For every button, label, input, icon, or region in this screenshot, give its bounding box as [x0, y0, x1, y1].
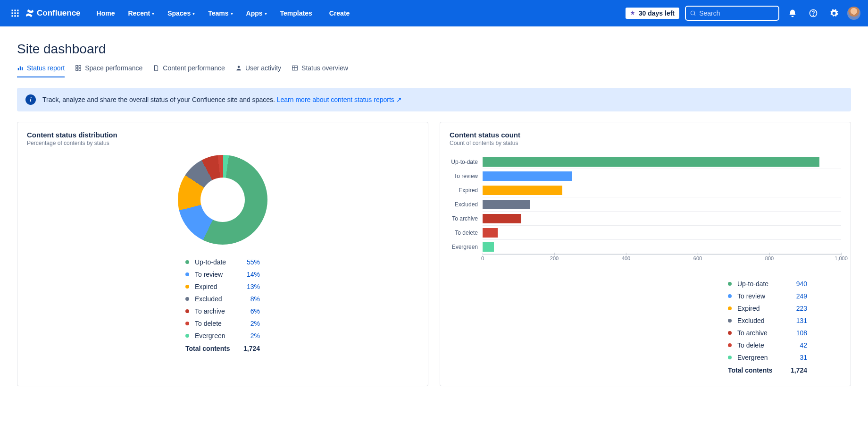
legend-value: 13% [236, 280, 260, 293]
bar-chart: Up-to-dateTo reviewExpiredExcludedTo arc… [450, 155, 841, 264]
nav-home[interactable]: Home [91, 8, 121, 19]
avatar[interactable] [847, 7, 860, 20]
bar-label: Evergreen [450, 244, 483, 250]
legend-row: To review249 [728, 290, 841, 302]
svg-rect-18 [79, 68, 81, 70]
donut-legend: Up-to-date55%To review14%Expired13%Exclu… [185, 256, 260, 352]
search-input[interactable] [699, 9, 775, 17]
legend-value: 108 [784, 327, 807, 339]
svg-rect-13 [20, 67, 21, 70]
tab-content-performance[interactable]: Content performance [153, 60, 225, 76]
svg-point-19 [238, 66, 240, 68]
legend-dot [185, 322, 189, 325]
user-icon [235, 65, 242, 71]
bar [483, 242, 494, 252]
create-button[interactable]: Create [324, 8, 356, 19]
nav-recent[interactable]: Recent▾ [122, 8, 160, 19]
legend-value: 8% [236, 293, 260, 305]
axis-tick: 200 [550, 255, 559, 261]
svg-rect-0 [12, 10, 13, 11]
svg-rect-5 [17, 12, 18, 14]
panel-subtitle: Percentage of contents by status [27, 140, 418, 146]
nav-templates[interactable]: Templates [275, 8, 318, 19]
legend-row: Expired223 [728, 302, 841, 314]
legend-dot [728, 294, 732, 298]
search-input-wrapper[interactable] [685, 6, 779, 21]
trial-days-label: 30 days left [639, 9, 675, 17]
svg-rect-7 [14, 15, 16, 17]
legend-row: To archive6% [185, 305, 260, 317]
legend-value: 223 [784, 302, 807, 314]
legend-row: Excluded131 [728, 314, 841, 327]
bar-row: Up-to-date [450, 155, 841, 169]
panel-title: Content status distribution [27, 131, 418, 139]
svg-rect-4 [14, 12, 16, 14]
grid-icon [75, 65, 82, 71]
legend-total-value: 1,724 [784, 366, 807, 374]
page-title: Site dashboard [17, 42, 851, 57]
chevron-down-icon: ▾ [231, 11, 233, 16]
nav-spaces[interactable]: Spaces▾ [162, 8, 200, 19]
notifications-icon[interactable] [785, 6, 800, 21]
premium-icon [629, 10, 636, 17]
legend-label: To review [195, 268, 233, 280]
nav-teams[interactable]: Teams▾ [202, 8, 238, 19]
panel-subtitle: Count of contents by status [450, 140, 841, 146]
legend-dot [185, 285, 189, 289]
legend-label: Evergreen [737, 351, 780, 364]
legend-dot [185, 297, 189, 301]
axis-tick: 600 [693, 255, 702, 261]
legend-label: To review [737, 290, 780, 302]
tab-user-activity[interactable]: User activity [235, 60, 281, 76]
legend-dot [185, 260, 189, 264]
bar-legend: Up-to-date940To review249Expired223Exclu… [728, 278, 841, 374]
chevron-down-icon: ▾ [192, 11, 195, 16]
tab-space-performance[interactable]: Space performance [75, 60, 142, 76]
bar-label: To delete [450, 230, 483, 236]
panel-distribution: Content status distribution Percentage o… [17, 122, 428, 386]
search-icon [690, 9, 696, 17]
legend-row: Evergreen31 [728, 351, 841, 364]
product-logo[interactable]: Confluence [25, 8, 81, 18]
trial-days-pill[interactable]: 30 days left [626, 8, 679, 19]
tab-status-report[interactable]: Status report [17, 60, 65, 77]
svg-rect-1 [14, 10, 16, 11]
legend-label: To archive [195, 305, 233, 317]
svg-rect-14 [22, 67, 23, 70]
help-icon[interactable] [806, 6, 821, 21]
svg-rect-3 [12, 12, 13, 14]
svg-point-11 [813, 15, 813, 16]
svg-rect-15 [76, 66, 78, 68]
legend-row: Excluded8% [185, 293, 260, 305]
confluence-icon [25, 8, 35, 18]
top-nav: Confluence Home Recent▾ Spaces▾ Teams▾ A… [0, 0, 868, 26]
bar [483, 214, 521, 223]
legend-row: Up-to-date940 [728, 278, 841, 290]
bar-axis: 02004006008001,000 [450, 254, 841, 264]
chart-bar-icon [17, 65, 24, 71]
product-name: Confluence [37, 8, 81, 18]
axis-tick: 0 [481, 255, 484, 261]
legend-label: To delete [195, 317, 233, 330]
legend-total-value: 1,724 [236, 345, 260, 352]
legend-label: To archive [737, 327, 780, 339]
table-icon [292, 65, 298, 71]
svg-point-9 [691, 11, 694, 15]
legend-dot [728, 343, 732, 347]
legend-label: Expired [195, 280, 233, 293]
tab-status-overview[interactable]: Status overview [292, 60, 348, 76]
legend-label: Excluded [737, 314, 780, 327]
svg-rect-12 [18, 68, 19, 70]
bar-row: Expired [450, 183, 841, 197]
settings-icon[interactable] [826, 6, 842, 21]
legend-dot [728, 356, 732, 359]
info-banner: i Track, analyze and share the overall s… [17, 88, 851, 111]
donut-chart [178, 155, 267, 245]
app-switcher-icon[interactable] [8, 6, 23, 21]
nav-apps[interactable]: Apps▾ [241, 8, 273, 19]
bar-row: To delete [450, 226, 841, 240]
bar-label: To archive [450, 215, 483, 222]
legend-dot [728, 319, 732, 323]
banner-link[interactable]: Learn more about content status reports … [277, 96, 402, 103]
legend-row: To delete42 [728, 339, 841, 351]
